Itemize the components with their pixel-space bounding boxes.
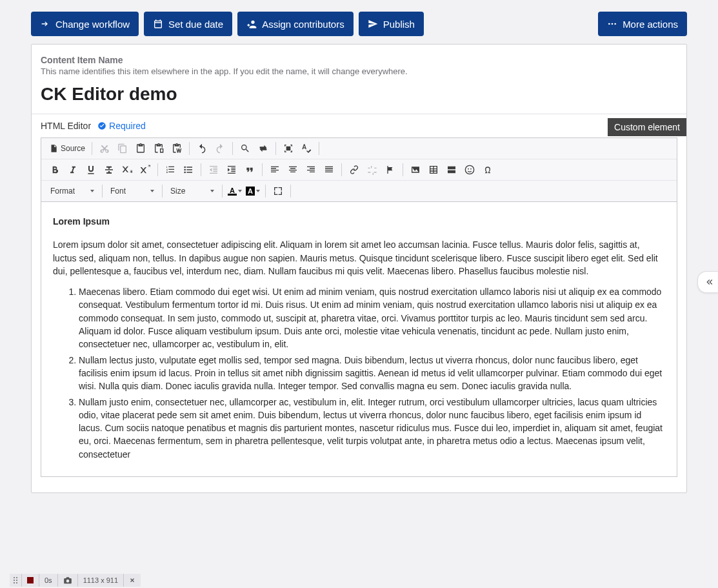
- svg-point-9: [470, 168, 472, 170]
- camera-button[interactable]: [57, 574, 77, 587]
- required-badge: Required: [97, 121, 146, 131]
- status-bar: 0s 718 x 588: [10, 574, 141, 587]
- image-button[interactable]: [407, 162, 424, 177]
- source-button[interactable]: Source: [46, 141, 88, 156]
- stop-button[interactable]: [21, 574, 39, 587]
- set-due-date-button[interactable]: Set due date: [144, 12, 232, 36]
- underline-button[interactable]: [83, 162, 99, 177]
- page-title[interactable]: CK Editor demo: [41, 84, 677, 105]
- caret-icon: [210, 190, 214, 192]
- more-actions-button[interactable]: More actions: [598, 12, 687, 36]
- underline-icon: [86, 165, 96, 175]
- content-item-name-description: This name identifies this item elsewhere…: [41, 66, 677, 76]
- ol-icon: [165, 165, 175, 175]
- quote-icon: [244, 165, 255, 175]
- redo-button[interactable]: [212, 141, 228, 156]
- bulleted-list-button[interactable]: [180, 162, 197, 177]
- indent-button[interactable]: [223, 162, 240, 177]
- spellcheck-button[interactable]: [298, 141, 315, 156]
- bg-color-button[interactable]: A: [244, 183, 261, 199]
- format-select[interactable]: Format: [46, 183, 98, 199]
- bold-button[interactable]: [46, 162, 63, 177]
- svg-point-7: [465, 165, 474, 174]
- find-button[interactable]: [237, 141, 254, 156]
- svg-point-1: [612, 23, 613, 25]
- editor-body[interactable]: Lorem Ipsum Lorem ipsum dolor sit amet, …: [41, 202, 677, 477]
- indent-icon: [226, 165, 237, 175]
- change-workflow-label: Change workflow: [55, 19, 130, 30]
- publish-button[interactable]: Publish: [359, 12, 424, 36]
- align-center-button[interactable]: [284, 162, 301, 177]
- smiley-button[interactable]: [461, 162, 478, 177]
- table-button[interactable]: [425, 162, 442, 177]
- align-left-button[interactable]: [266, 162, 283, 177]
- redo-icon: [215, 143, 225, 154]
- maximize-button[interactable]: [270, 183, 286, 199]
- cut-button[interactable]: [96, 141, 113, 156]
- assign-contributors-button[interactable]: Assign contributors: [237, 12, 354, 36]
- numbered-list-button[interactable]: [162, 162, 179, 177]
- drag-handle[interactable]: [10, 574, 21, 587]
- replace-button[interactable]: [255, 141, 272, 156]
- more-actions-label: More actions: [623, 19, 678, 30]
- paste-button[interactable]: [132, 141, 149, 156]
- subscript-button[interactable]: [119, 162, 135, 177]
- copy-button[interactable]: [114, 141, 131, 156]
- side-panel-toggle[interactable]: [697, 271, 718, 293]
- close-status-button[interactable]: [123, 574, 141, 587]
- editor-header: HTML Editor Required Custom element: [41, 121, 677, 131]
- align-left-icon: [270, 165, 280, 175]
- paste-word-button[interactable]: [168, 141, 185, 156]
- blockquote-button[interactable]: [241, 162, 258, 177]
- select-all-icon: [283, 143, 294, 154]
- replace-icon: [258, 143, 268, 154]
- select-all-button[interactable]: [280, 141, 297, 156]
- publish-label: Publish: [383, 19, 415, 30]
- link-button[interactable]: [346, 162, 363, 177]
- align-justify-button[interactable]: [321, 162, 337, 177]
- paste-text-button[interactable]: [150, 141, 167, 156]
- caret-icon: [90, 190, 94, 192]
- anchor-button[interactable]: [382, 162, 399, 177]
- size-label: Size: [170, 187, 185, 196]
- svg-point-8: [468, 168, 469, 170]
- toolbar-row-3: Format Font Size A: [41, 180, 677, 201]
- content-item-name-label: Content Item Name: [41, 55, 677, 65]
- content-heading: Lorem Ipsum: [53, 215, 665, 228]
- align-right-button[interactable]: [303, 162, 319, 177]
- unlink-button[interactable]: [364, 162, 381, 177]
- horizontal-rule-button[interactable]: [443, 162, 460, 177]
- superscript-button[interactable]: [137, 162, 154, 177]
- outdent-button[interactable]: [205, 162, 222, 177]
- size-select[interactable]: Size: [166, 183, 218, 199]
- list-item: Nullam lectus justo, vulputate eget moll…: [79, 354, 665, 393]
- arrow-right-icon: [40, 19, 50, 29]
- set-due-date-label: Set due date: [168, 19, 223, 30]
- strike-button[interactable]: [101, 162, 117, 177]
- svg-point-4: [184, 167, 186, 168]
- undo-button[interactable]: [194, 141, 210, 156]
- editor-section: HTML Editor Required Custom element Sour…: [32, 114, 686, 492]
- change-workflow-button[interactable]: Change workflow: [31, 12, 139, 36]
- font-select[interactable]: Font: [106, 183, 158, 199]
- italic-button[interactable]: [65, 162, 81, 177]
- bold-icon: [50, 165, 60, 175]
- special-char-button[interactable]: [479, 162, 496, 177]
- align-right-icon: [306, 165, 316, 175]
- cut-icon: [99, 143, 110, 154]
- image-icon: [410, 165, 421, 175]
- text-color-button[interactable]: A: [226, 183, 243, 199]
- table-icon: [428, 165, 439, 175]
- assign-contributors-label: Assign contributors: [262, 19, 344, 30]
- timer-cell: 0s: [39, 574, 57, 587]
- list-item: Maecenas libero. Etiam commodo dui eget …: [79, 285, 665, 350]
- copy-icon: [117, 143, 128, 154]
- strike-icon: [104, 165, 114, 175]
- svg-point-0: [608, 23, 610, 25]
- toolbar-row-1: Source: [41, 138, 677, 159]
- required-check-icon: [97, 121, 106, 130]
- ck-toolbar: Source: [41, 137, 677, 202]
- dimensions-cell: 718 x 588: [77, 574, 123, 587]
- calendar-icon: [153, 19, 163, 29]
- subscript-icon: [122, 165, 132, 175]
